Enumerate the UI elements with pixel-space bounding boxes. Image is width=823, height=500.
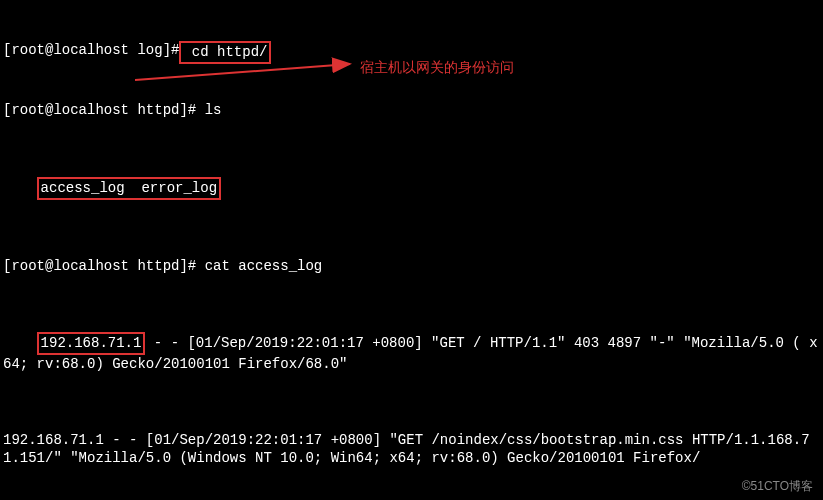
terminal-output[interactable]: [root@localhost log]# cd httpd/ [root@lo… bbox=[3, 3, 820, 500]
cat-command: cat access_log bbox=[196, 257, 322, 276]
ls-output-line: access_log error_log bbox=[3, 158, 820, 219]
prompt-log: [root@localhost log]# bbox=[3, 41, 179, 60]
log-first-line: 192.168.71.1 - - [01/Sep/2019:22:01:17 +… bbox=[3, 313, 820, 393]
command-line-ls: [root@localhost httpd]# ls bbox=[3, 101, 820, 120]
prompt-httpd-2: [root@localhost httpd]# bbox=[3, 257, 196, 276]
prompt-httpd: [root@localhost httpd]# bbox=[3, 101, 196, 120]
ip-highlight-box: 192.168.71.1 bbox=[37, 332, 146, 355]
cd-command-box: cd httpd/ bbox=[179, 41, 271, 64]
command-line-cat: [root@localhost httpd]# cat access_log bbox=[3, 257, 820, 276]
ls-output-box: access_log error_log bbox=[37, 177, 221, 200]
annotation-label: 宿主机以网关的身份访问 bbox=[360, 58, 514, 77]
log-entry-1: 192.168.71.1 - - [01/Sep/2019:22:01:17 +… bbox=[3, 431, 820, 469]
ls-command: ls bbox=[196, 101, 221, 120]
watermark-text: ©51CTO博客 bbox=[742, 478, 813, 494]
